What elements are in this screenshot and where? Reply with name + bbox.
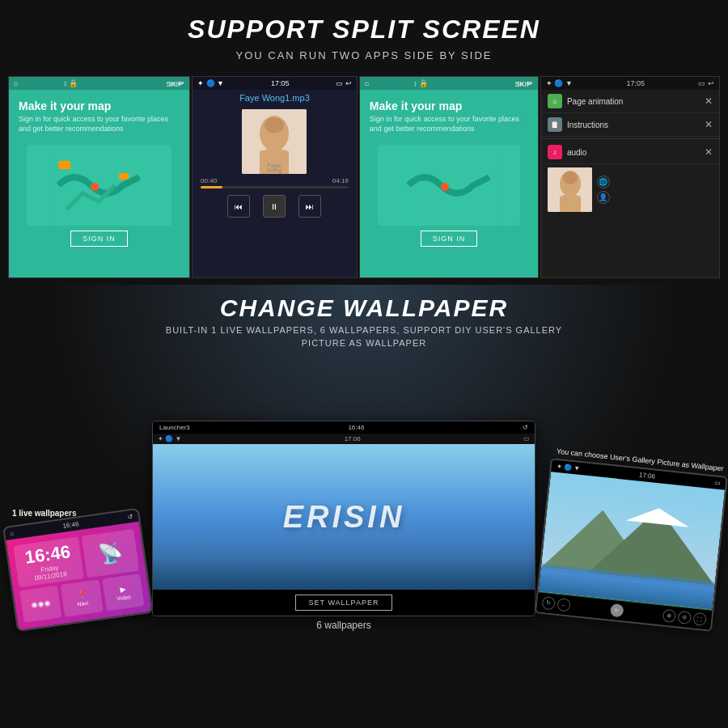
wp-middle: Launcher3 16:46 ↺ ✦ 🔵 ▼ 17:06 ▭ ERISIN S… — [152, 421, 535, 631]
status-bar-2: ⌂ ↕ 🔒 ▭ ↩ — [360, 77, 538, 90]
wp-video-icon: ▶ — [119, 585, 125, 594]
status-bar-1: ⌂ ↕ 🔒 ▭ ↩ — [9, 77, 189, 90]
wp-mid-icons: ↺ — [523, 424, 528, 431]
sign-in-button[interactable]: SIGN IN — [70, 231, 128, 247]
wp-right: You can choose User's Gallery Picture as… — [535, 447, 728, 632]
wp-left: ⌂ 16:46 ↺ 16:46 Friday 09/11/2018 — [2, 508, 154, 632]
skip-button[interactable]: SKIP — [167, 80, 184, 88]
next-button[interactable]: ⏭ — [298, 195, 321, 218]
maps-panel-2: ⌂ ↕ 🔒 ▭ ↩ SKIP Make it your map Sign in … — [359, 76, 539, 278]
svg-point-10 — [441, 183, 449, 191]
set-wallpaper-button[interactable]: SET WALLPAPER — [295, 595, 393, 611]
bottom-section: CHANGE WALLPAPER BUILT-IN 1 LIVE WALLPAP… — [0, 285, 728, 631]
instructions-close[interactable]: ✕ — [705, 119, 713, 130]
erisin-bg: ERISIN — [153, 444, 535, 590]
status-bar-music: ✦ 🔵 ▼ 17:05 ▭ ↩ — [193, 77, 357, 90]
wp-navi-label: Navi — [77, 599, 89, 607]
wp-right-inner: ✦ 🔵 ▼ 17:06 ▭ — [535, 458, 728, 632]
map-visual — [27, 145, 171, 226]
right-controls: ⊕ ⊖ ⛶ — [662, 609, 707, 627]
music-time: 17:05 — [271, 79, 290, 87]
wallpaper-desc-2: PICTURE AS WALLPAPER — [0, 338, 728, 348]
map-visual-2 — [378, 145, 520, 226]
main-title: SUPPORT SPLIT SCREEN — [0, 15, 728, 44]
audio-label: audio — [567, 148, 700, 157]
person-icon[interactable]: 👤 — [597, 191, 610, 204]
svg-text:Wong: Wong — [267, 167, 281, 174]
wp-left-container: 1 live wallpapers ⌂ 16:46 ↺ 16:46 — [8, 509, 146, 631]
svg-point-6 — [265, 117, 284, 133]
svg-point-1 — [91, 183, 99, 191]
wallpaper-title: CHANGE WALLPAPER — [0, 294, 728, 322]
zoom-in-ctrl[interactable]: ⊕ — [662, 609, 677, 624]
audio-thumb — [548, 167, 592, 212]
wp-middle-inner: Launcher3 16:46 ↺ ✦ 🔵 ▼ 17:06 ▭ ERISIN S… — [152, 421, 535, 616]
task-manager-panel: ✦ 🔵 ▼ 17:05 ▭ ↩ ⌂ Page animation ✕ 📋 Ins… — [540, 76, 720, 278]
svg-rect-0 — [51, 145, 148, 226]
page-anim-close[interactable]: ✕ — [705, 95, 713, 107]
song-title: Faye Wong1.mp3 — [193, 90, 357, 106]
skip-button-2[interactable]: SKIP — [514, 80, 531, 88]
wp-time-left: 16:46 — [62, 520, 79, 530]
time-total: 04:16 — [332, 177, 349, 184]
maps-content-1: SKIP Make it your map Sign in for quick … — [9, 90, 189, 140]
globe-icon[interactable]: 🌐 — [597, 176, 610, 188]
time-current: 00:40 — [201, 177, 217, 184]
expand-ctrl[interactable]: ⛶ — [692, 612, 707, 627]
maps-desc-2: Sign in for quick access to your favorit… — [370, 115, 528, 133]
maps-title-2: Make it your map — [370, 99, 528, 112]
maps-content-2: SKIP Make it your map Sign in for quick … — [360, 90, 538, 140]
top-section: SUPPORT SPLIT SCREEN YOU CAN RUN TWO APP… — [0, 0, 728, 70]
audio-thumbnail-row: 🌐 👤 — [541, 164, 719, 215]
wp-clock-cell: 16:46 Friday 09/11/2018 — [13, 536, 83, 587]
wp-nav-cell: 📍 Navi — [61, 579, 103, 616]
erisin-overlay — [153, 557, 535, 590]
play-button[interactable]: ⏸ — [263, 195, 286, 218]
wp-right-icons: ✦ 🔵 ▼ — [556, 463, 580, 472]
bottom-content: CHANGE WALLPAPER BUILT-IN 1 LIVE WALLPAP… — [0, 294, 728, 631]
play-ctrl[interactable]: ▶ — [609, 603, 624, 618]
progress-track[interactable] — [201, 186, 349, 188]
sign-in-button-2[interactable]: SIGN IN — [421, 231, 478, 247]
wp-mid-status2: ✦ 🔵 ▼ 17:06 ▭ — [153, 434, 535, 444]
time-display: 00:40 04:16 — [201, 177, 349, 184]
tm-row-audio: ♪ audio ✕ — [541, 141, 719, 164]
music-controls: ⏮ ⏸ ⏭ — [193, 195, 357, 218]
album-art: Faye Wong — [242, 109, 307, 174]
home-icon-2: ⌂ — [365, 79, 369, 87]
notif-icons-2: ↕ 🔒 — [413, 79, 428, 87]
music-panel: ✦ 🔵 ▼ 17:05 ▭ ↩ Faye Wong1.mp3 Faye Wong… — [192, 76, 358, 278]
page-anim-icon: ⌂ — [548, 94, 562, 108]
wp-left-inner: ⌂ 16:46 ↺ 16:46 Friday 09/11/2018 — [2, 508, 154, 632]
back-ctrl[interactable]: ← — [557, 598, 571, 612]
wp-circles-cell: ◉◉◉ — [19, 586, 61, 623]
live-label: 1 live wallpapers — [12, 509, 77, 518]
wp-wifi-cell: 📡 — [82, 529, 140, 578]
wp-battery-mid: ▭ — [523, 435, 530, 442]
notif-icons: ↕ 🔒 — [63, 79, 78, 87]
wp-middle-bar: Launcher3 16:46 ↺ — [153, 421, 535, 434]
zoom-out-ctrl[interactable]: ⊖ — [677, 611, 692, 625]
tm-status-bar: ✦ 🔵 ▼ 17:05 ▭ ↩ — [541, 77, 719, 90]
wp-time-mid2: 17:06 — [345, 435, 361, 442]
page-anim-label: Page animation — [567, 97, 700, 106]
tm-row-page-anim: ⌂ Page animation ✕ — [541, 90, 719, 113]
svg-rect-3 — [120, 173, 129, 180]
wp-video-label: Video — [116, 594, 132, 601]
refresh-ctrl[interactable]: ↻ — [541, 596, 556, 611]
audio-close[interactable]: ✕ — [705, 146, 713, 158]
sub-title: YOU CAN RUN TWO APPS SIDE BY SIDE — [0, 49, 728, 61]
right-panels: ⌂ ↕ 🔒 ▭ ↩ SKIP Make it your map Sign in … — [359, 76, 720, 278]
wallpaper-demos: 1 live wallpapers ⌂ 16:46 ↺ 16:46 — [8, 356, 720, 631]
wp-right-time: 17:06 — [639, 472, 656, 480]
maps-panel-1: ⌂ ↕ 🔒 ▭ ↩ SKIP Make it your map Sign in … — [8, 76, 190, 278]
wallpaper-desc-1: BUILT-IN 1 LIVE WALLPAPERS, 6 WALLPAPERS… — [0, 325, 728, 335]
left-controls: ↻ ← — [541, 596, 570, 612]
svg-rect-9 — [400, 145, 497, 226]
wp-navi-icon: 📍 — [77, 590, 87, 599]
progress-fill — [201, 186, 222, 188]
split-demo: ⌂ ↕ 🔒 ▭ ↩ SKIP Make it your map Sign in … — [8, 76, 720, 278]
wp-home-icon: ⌂ — [10, 530, 15, 538]
prev-button[interactable]: ⏮ — [227, 195, 250, 218]
wp-right-battery: ▭ — [713, 479, 721, 487]
